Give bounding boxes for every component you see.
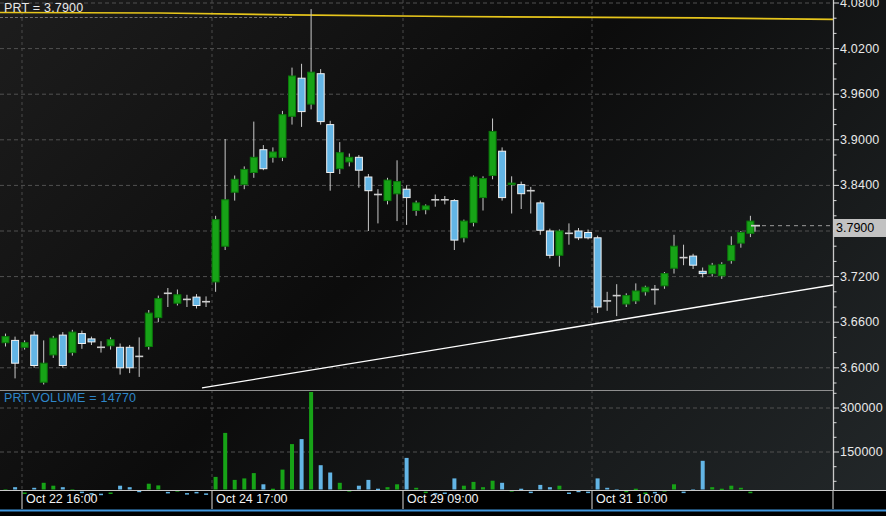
volume-bar	[118, 486, 122, 490]
up-candle	[212, 220, 219, 282]
up-candle	[556, 231, 563, 255]
current-price-tag: 3.7900	[834, 219, 886, 237]
up-candle	[470, 177, 477, 223]
volume-bar	[414, 488, 418, 490]
down-candle	[451, 201, 458, 241]
volume-bar	[548, 487, 552, 489]
up-candle	[728, 245, 735, 260]
volume-bar	[51, 486, 55, 490]
volume-bar	[185, 493, 189, 495]
up-candle	[21, 343, 28, 348]
volume-bar	[252, 473, 256, 489]
time-axis-label: Oct 22 16:00	[26, 492, 98, 506]
up-candle	[394, 182, 401, 194]
up-candle	[632, 291, 639, 301]
volume-bar	[634, 489, 638, 491]
up-candle	[623, 296, 630, 304]
up-candle	[107, 340, 114, 346]
candles	[2, 9, 754, 384]
volume-bar	[529, 492, 533, 494]
up-candle	[718, 264, 725, 275]
volume-bar	[481, 487, 485, 489]
up-candle	[489, 131, 496, 175]
volume-bar	[567, 493, 571, 495]
volume-bar	[214, 477, 218, 490]
volume-bar	[309, 392, 313, 490]
up-candle	[422, 206, 429, 210]
volume-bar	[682, 492, 686, 494]
volume-bars	[4, 392, 753, 495]
symbol-study-title[interactable]: PRT = 3.7900	[4, 1, 83, 15]
down-candle	[690, 256, 697, 265]
volume-bar	[319, 465, 323, 489]
up-candle	[671, 246, 678, 268]
volume-bar	[42, 483, 46, 490]
volume-bar	[261, 484, 265, 489]
up-candle	[413, 203, 420, 211]
up-candle	[155, 299, 162, 318]
candlestick-chart-canvas[interactable]	[0, 0, 886, 516]
up-candle	[346, 157, 353, 162]
up-candle	[737, 233, 744, 244]
up-candle	[241, 169, 248, 184]
up-candle	[231, 179, 238, 192]
up-candle	[384, 180, 391, 201]
up-candle	[69, 332, 76, 353]
volume-bar	[99, 494, 103, 496]
up-candle	[289, 76, 296, 116]
price-axis-label: 3.9600	[840, 86, 879, 102]
volume-bar	[32, 488, 36, 490]
volume-bar	[156, 485, 160, 489]
volume-bar	[300, 439, 304, 489]
bottom-accent-line	[0, 510, 886, 512]
volume-bar	[386, 487, 390, 489]
up-candle	[174, 295, 181, 303]
up-candle	[145, 313, 152, 346]
trading-chart-window: PRT = 3.7900 PRT.VOLUME = 14770 4.08004.…	[0, 0, 886, 516]
volume-bar	[290, 444, 294, 489]
down-candle	[699, 271, 706, 273]
up-candle	[279, 115, 286, 158]
down-candle	[117, 347, 124, 368]
volume-bar	[223, 433, 227, 490]
volume-bar	[195, 492, 199, 494]
up-candle	[50, 338, 57, 355]
down-candle	[31, 335, 38, 365]
up-candle	[336, 153, 343, 169]
down-candle	[298, 78, 305, 111]
volume-bar	[491, 481, 495, 490]
volume-bar	[128, 487, 132, 489]
up-candle	[40, 363, 47, 382]
down-candle	[594, 238, 601, 307]
title-underline	[0, 17, 292, 18]
volume-axis-label: 150000	[840, 444, 883, 460]
down-candle	[193, 297, 200, 305]
axis-ticks	[22, 3, 839, 509]
up-candle	[508, 183, 515, 185]
volume-bar	[395, 484, 399, 489]
up-candle	[222, 200, 229, 246]
volume-bar	[271, 489, 275, 491]
down-candle	[59, 335, 66, 365]
volume-bar	[739, 488, 743, 490]
volume-bar	[328, 473, 332, 490]
down-candle	[126, 347, 133, 368]
time-axis-label: Oct 29 09:00	[407, 492, 479, 506]
volume-bar	[472, 482, 476, 490]
volume-bar	[452, 478, 456, 489]
volume-bar	[710, 487, 714, 489]
volume-bar	[538, 485, 542, 490]
volume-bar	[13, 487, 17, 489]
down-candle	[78, 334, 85, 344]
volume-study-title[interactable]: PRT.VOLUME = 14770	[4, 391, 136, 405]
up-candle	[269, 152, 276, 157]
volume-bar	[204, 493, 208, 495]
price-axis-label: 3.6600	[840, 314, 879, 330]
volume-bar	[729, 486, 733, 490]
down-candle	[260, 150, 267, 169]
price-axis-label: 3.8400	[840, 177, 879, 193]
up-candle	[460, 221, 467, 238]
volume-bar	[720, 489, 724, 491]
down-candle	[12, 340, 19, 363]
down-candle	[546, 231, 553, 255]
